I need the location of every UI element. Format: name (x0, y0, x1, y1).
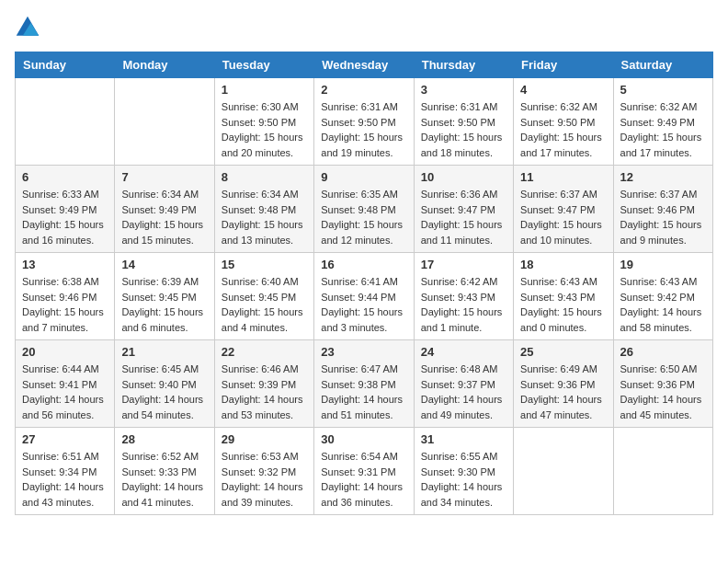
day-info: Sunrise: 6:31 AMSunset: 9:50 PMDaylight:… (321, 99, 406, 160)
calendar-cell: 1Sunrise: 6:30 AMSunset: 9:50 PMDaylight… (214, 78, 313, 166)
calendar-cell: 5Sunrise: 6:32 AMSunset: 9:49 PMDaylight… (613, 78, 712, 166)
day-info: Sunrise: 6:43 AMSunset: 9:42 PMDaylight:… (620, 274, 706, 335)
day-info: Sunrise: 6:34 AMSunset: 9:48 PMDaylight:… (222, 187, 307, 247)
day-number: 6 (22, 170, 108, 184)
day-number: 27 (22, 432, 108, 446)
calendar-cell: 15Sunrise: 6:40 AMSunset: 9:45 PMDayligh… (214, 253, 313, 340)
day-number: 7 (121, 170, 207, 184)
calendar-cell: 22Sunrise: 6:46 AMSunset: 9:39 PMDayligh… (214, 340, 313, 428)
day-info: Sunrise: 6:49 AMSunset: 9:36 PMDaylight:… (520, 362, 606, 422)
day-info: Sunrise: 6:48 AMSunset: 9:37 PMDaylight:… (421, 362, 506, 422)
day-number: 19 (620, 258, 706, 271)
calendar-cell (613, 428, 712, 515)
day-number: 1 (222, 83, 307, 97)
calendar-cell: 13Sunrise: 6:38 AMSunset: 9:46 PMDayligh… (16, 253, 115, 340)
day-number: 20 (22, 345, 108, 359)
calendar-cell (514, 428, 613, 515)
calendar-cell: 11Sunrise: 6:37 AMSunset: 9:47 PMDayligh… (514, 166, 613, 253)
day-info: Sunrise: 6:30 AMSunset: 9:50 PMDaylight:… (222, 99, 307, 160)
day-number: 31 (421, 432, 506, 446)
day-info: Sunrise: 6:34 AMSunset: 9:49 PMDaylight:… (121, 187, 207, 247)
day-number: 3 (421, 83, 506, 97)
day-info: Sunrise: 6:32 AMSunset: 9:49 PMDaylight:… (620, 99, 706, 160)
weekday-header: Wednesday (314, 52, 414, 78)
day-number: 23 (321, 345, 406, 359)
day-number: 10 (421, 170, 506, 184)
calendar-cell: 6Sunrise: 6:33 AMSunset: 9:49 PMDaylight… (16, 166, 115, 253)
calendar-cell: 8Sunrise: 6:34 AMSunset: 9:48 PMDaylight… (214, 166, 313, 253)
day-number: 8 (222, 170, 307, 184)
day-number: 25 (520, 345, 606, 359)
calendar-cell: 26Sunrise: 6:50 AMSunset: 9:36 PMDayligh… (613, 340, 712, 428)
day-number: 15 (222, 258, 307, 271)
day-info: Sunrise: 6:53 AMSunset: 9:32 PMDaylight:… (222, 449, 307, 510)
calendar-week-row: 1Sunrise: 6:30 AMSunset: 9:50 PMDaylight… (16, 78, 713, 166)
calendar-cell: 18Sunrise: 6:43 AMSunset: 9:43 PMDayligh… (514, 253, 613, 340)
calendar-week-row: 27Sunrise: 6:51 AMSunset: 9:34 PMDayligh… (16, 428, 713, 515)
day-number: 13 (22, 258, 108, 271)
day-info: Sunrise: 6:50 AMSunset: 9:36 PMDaylight:… (620, 362, 706, 422)
day-info: Sunrise: 6:47 AMSunset: 9:38 PMDaylight:… (321, 362, 406, 422)
calendar-week-row: 6Sunrise: 6:33 AMSunset: 9:49 PMDaylight… (16, 166, 713, 253)
calendar-cell: 25Sunrise: 6:49 AMSunset: 9:36 PMDayligh… (514, 340, 613, 428)
calendar-cell: 17Sunrise: 6:42 AMSunset: 9:43 PMDayligh… (414, 253, 513, 340)
day-info: Sunrise: 6:40 AMSunset: 9:45 PMDaylight:… (222, 274, 307, 335)
calendar-cell: 2Sunrise: 6:31 AMSunset: 9:50 PMDaylight… (314, 78, 414, 166)
calendar-cell: 24Sunrise: 6:48 AMSunset: 9:37 PMDayligh… (414, 340, 513, 428)
day-info: Sunrise: 6:39 AMSunset: 9:45 PMDaylight:… (121, 274, 207, 335)
calendar-cell: 31Sunrise: 6:55 AMSunset: 9:30 PMDayligh… (414, 428, 513, 515)
weekday-header: Monday (115, 52, 214, 78)
day-number: 12 (620, 170, 706, 184)
calendar-cell: 19Sunrise: 6:43 AMSunset: 9:42 PMDayligh… (613, 253, 712, 340)
day-info: Sunrise: 6:33 AMSunset: 9:49 PMDaylight:… (22, 187, 108, 247)
page-header (15, 15, 713, 40)
day-number: 26 (620, 345, 706, 359)
calendar-cell: 10Sunrise: 6:36 AMSunset: 9:47 PMDayligh… (414, 166, 513, 253)
day-number: 29 (222, 432, 307, 446)
calendar-table: SundayMondayTuesdayWednesdayThursdayFrid… (15, 52, 713, 515)
day-info: Sunrise: 6:45 AMSunset: 9:40 PMDaylight:… (121, 362, 207, 422)
day-number: 24 (421, 345, 506, 359)
calendar-cell: 21Sunrise: 6:45 AMSunset: 9:40 PMDayligh… (115, 340, 214, 428)
calendar-cell: 27Sunrise: 6:51 AMSunset: 9:34 PMDayligh… (16, 428, 115, 515)
day-info: Sunrise: 6:38 AMSunset: 9:46 PMDaylight:… (22, 274, 108, 335)
day-info: Sunrise: 6:51 AMSunset: 9:34 PMDaylight:… (22, 449, 108, 510)
calendar-header-row: SundayMondayTuesdayWednesdayThursdayFrid… (16, 52, 713, 78)
weekday-header: Tuesday (214, 52, 313, 78)
day-info: Sunrise: 6:42 AMSunset: 9:43 PMDaylight:… (421, 274, 506, 335)
day-number: 4 (520, 83, 606, 97)
weekday-header: Saturday (613, 52, 712, 78)
calendar-cell: 12Sunrise: 6:37 AMSunset: 9:46 PMDayligh… (613, 166, 712, 253)
calendar-week-row: 13Sunrise: 6:38 AMSunset: 9:46 PMDayligh… (16, 253, 713, 340)
day-info: Sunrise: 6:52 AMSunset: 9:33 PMDaylight:… (121, 449, 207, 510)
day-number: 17 (421, 258, 506, 271)
day-number: 11 (520, 170, 606, 184)
calendar-cell: 20Sunrise: 6:44 AMSunset: 9:41 PMDayligh… (16, 340, 115, 428)
day-info: Sunrise: 6:35 AMSunset: 9:48 PMDaylight:… (321, 187, 406, 247)
day-number: 9 (321, 170, 406, 184)
day-info: Sunrise: 6:32 AMSunset: 9:50 PMDaylight:… (520, 99, 606, 160)
day-info: Sunrise: 6:54 AMSunset: 9:31 PMDaylight:… (321, 449, 406, 510)
day-number: 30 (321, 432, 406, 446)
calendar-cell (16, 78, 115, 166)
calendar-cell: 7Sunrise: 6:34 AMSunset: 9:49 PMDaylight… (115, 166, 214, 253)
calendar-cell: 14Sunrise: 6:39 AMSunset: 9:45 PMDayligh… (115, 253, 214, 340)
calendar-week-row: 20Sunrise: 6:44 AMSunset: 9:41 PMDayligh… (16, 340, 713, 428)
calendar-cell: 30Sunrise: 6:54 AMSunset: 9:31 PMDayligh… (314, 428, 414, 515)
day-number: 5 (620, 83, 706, 97)
day-number: 21 (121, 345, 207, 359)
day-number: 14 (121, 258, 207, 271)
day-info: Sunrise: 6:55 AMSunset: 9:30 PMDaylight:… (421, 449, 506, 510)
logo-icon (15, 15, 40, 40)
calendar-cell: 3Sunrise: 6:31 AMSunset: 9:50 PMDaylight… (414, 78, 513, 166)
calendar-cell: 28Sunrise: 6:52 AMSunset: 9:33 PMDayligh… (115, 428, 214, 515)
day-info: Sunrise: 6:37 AMSunset: 9:46 PMDaylight:… (620, 187, 706, 247)
day-info: Sunrise: 6:41 AMSunset: 9:44 PMDaylight:… (321, 274, 406, 335)
calendar-cell: 29Sunrise: 6:53 AMSunset: 9:32 PMDayligh… (214, 428, 313, 515)
day-number: 22 (222, 345, 307, 359)
day-number: 16 (321, 258, 406, 271)
weekday-header: Thursday (414, 52, 513, 78)
day-info: Sunrise: 6:46 AMSunset: 9:39 PMDaylight:… (222, 362, 307, 422)
weekday-header: Friday (514, 52, 613, 78)
day-info: Sunrise: 6:43 AMSunset: 9:43 PMDaylight:… (520, 274, 606, 335)
